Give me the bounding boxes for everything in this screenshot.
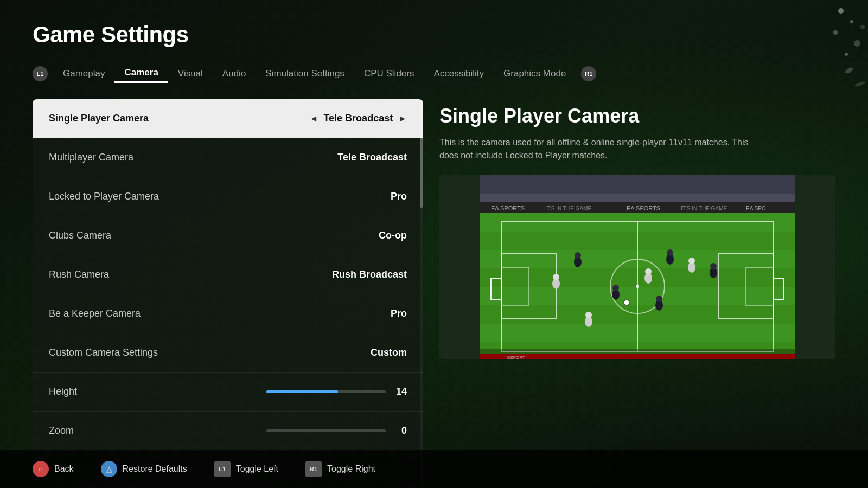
setting-row-locked-to-player-camera[interactable]: Locked to Player Camera Pro xyxy=(33,177,423,216)
tab-gameplay[interactable]: Gameplay xyxy=(53,65,114,82)
tab-visual[interactable]: Visual xyxy=(168,65,213,82)
info-panel-title: Single Player Camera xyxy=(439,105,835,127)
setting-row-single-player-camera[interactable]: Single Player Camera ◄ Tele Broadcast ► xyxy=(33,99,423,138)
svg-text:IT'S IN THE GAME: IT'S IN THE GAME xyxy=(681,206,727,211)
toggle-right-button-icon: R1 xyxy=(305,461,322,477)
arrow-left-icon[interactable]: ◄ xyxy=(310,114,318,124)
toggle-left-label: Toggle Left xyxy=(236,464,278,474)
setting-value-single-player-camera: ◄ Tele Broadcast ► xyxy=(310,113,407,124)
svg-point-42 xyxy=(656,296,662,302)
tab-bar: L1 Gameplay Camera Visual Audio Simulati… xyxy=(33,64,835,83)
tab-cpu-sliders[interactable]: CPU Sliders xyxy=(354,65,424,82)
setting-value-multiplayer-camera: Tele Broadcast xyxy=(337,152,407,163)
page-content: Game Settings L1 Gameplay Camera Visual … xyxy=(0,0,868,488)
svg-point-48 xyxy=(645,268,652,275)
svg-text:EA SPORTS: EA SPORTS xyxy=(491,205,525,211)
info-panel: Single Player Camera This is the camera … xyxy=(439,99,835,488)
setting-row-clubs-camera[interactable]: Clubs Camera Co-op xyxy=(33,216,423,255)
setting-label-rush-camera: Rush Camera xyxy=(49,269,109,280)
svg-text:EA SPO: EA SPO xyxy=(746,206,766,211)
toggle-right-label: Toggle Right xyxy=(327,464,375,474)
slider-row-height: Height 14 xyxy=(33,373,423,412)
toggle-left-action[interactable]: L1 Toggle Left xyxy=(214,461,278,477)
svg-point-34 xyxy=(575,252,581,259)
svg-point-36 xyxy=(667,249,673,256)
slider-value-height: 14 xyxy=(394,386,407,397)
tab-accessibility[interactable]: Accessibility xyxy=(424,65,494,82)
restore-defaults-action[interactable]: △ Restore Defaults xyxy=(101,461,187,477)
back-label: Back xyxy=(54,464,74,474)
slider-label-zoom: Zoom xyxy=(49,425,74,436)
main-area: Single Player Camera ◄ Tele Broadcast ► … xyxy=(33,99,835,488)
setting-value-rush-camera: Rush Broadcast xyxy=(332,269,407,280)
restore-defaults-label: Restore Defaults xyxy=(123,464,187,474)
page-title: Game Settings xyxy=(33,22,835,48)
svg-rect-54 xyxy=(480,349,795,359)
scrollbar-track[interactable] xyxy=(420,99,423,488)
camera-preview: EA SPORTS IT'S IN THE GAME EA SPORTS IT'… xyxy=(439,175,835,359)
setting-value-custom-camera-settings: Custom xyxy=(371,347,407,358)
arrow-right-icon[interactable]: ► xyxy=(398,114,407,124)
setting-label-clubs-camera: Clubs Camera xyxy=(49,230,111,241)
scrollbar-thumb[interactable] xyxy=(420,99,423,208)
slider-track-height[interactable] xyxy=(266,390,386,393)
info-panel-description: This is the camera used for all offline … xyxy=(439,136,754,162)
bottom-bar: ○ Back △ Restore Defaults L1 Toggle Left… xyxy=(0,450,868,488)
svg-text:EA SPORTS: EA SPORTS xyxy=(627,205,660,211)
tab-graphics[interactable]: Graphics Mode xyxy=(494,65,576,82)
slider-value-zoom: 0 xyxy=(394,425,407,436)
slider-container-zoom: 0 xyxy=(266,425,407,436)
setting-label-be-a-keeper-camera: Be a Keeper Camera xyxy=(49,308,141,319)
tab-camera[interactable]: Camera xyxy=(114,64,168,83)
toggle-right-action[interactable]: R1 Toggle Right xyxy=(305,461,375,477)
back-action[interactable]: ○ Back xyxy=(33,461,74,477)
tab-audio[interactable]: Audio xyxy=(213,65,256,82)
svg-point-44 xyxy=(553,274,559,280)
toggle-left-button-icon: L1 xyxy=(214,461,231,477)
settings-list: Single Player Camera ◄ Tele Broadcast ► … xyxy=(33,99,423,488)
svg-point-38 xyxy=(710,263,717,269)
svg-point-46 xyxy=(688,258,695,264)
slider-label-height: Height xyxy=(49,386,77,397)
soccer-field-svg: EA SPORTS IT'S IN THE GAME EA SPORTS IT'… xyxy=(439,175,835,359)
setting-value-be-a-keeper-camera: Pro xyxy=(391,308,407,319)
slider-container-height: 14 xyxy=(266,386,407,397)
setting-label-multiplayer-camera: Multiplayer Camera xyxy=(49,152,133,163)
setting-value-clubs-camera: Co-op xyxy=(379,230,407,241)
slider-track-zoom[interactable] xyxy=(266,429,386,432)
restore-defaults-button-icon: △ xyxy=(101,461,117,477)
settings-panel: Single Player Camera ◄ Tele Broadcast ► … xyxy=(33,99,423,488)
setting-row-multiplayer-camera[interactable]: Multiplayer Camera Tele Broadcast xyxy=(33,138,423,177)
setting-row-be-a-keeper-camera[interactable]: Be a Keeper Camera Pro xyxy=(33,294,423,333)
setting-row-custom-camera-settings[interactable]: Custom Camera Settings Custom xyxy=(33,333,423,373)
tab-nav-left-icon[interactable]: L1 xyxy=(33,66,48,81)
svg-point-51 xyxy=(624,300,629,305)
setting-label-single-player-camera: Single Player Camera xyxy=(49,113,149,124)
svg-point-25 xyxy=(636,285,639,288)
tab-simulation[interactable]: Simulation Settings xyxy=(256,65,354,82)
svg-point-40 xyxy=(612,285,619,291)
svg-rect-10 xyxy=(480,194,795,202)
setting-label-custom-camera-settings: Custom Camera Settings xyxy=(49,347,158,358)
slider-row-zoom: Zoom 0 xyxy=(33,412,423,451)
svg-point-50 xyxy=(585,312,592,318)
slider-fill-height xyxy=(266,390,338,393)
setting-value-locked-to-player-camera: Pro xyxy=(391,191,407,202)
tab-nav-right-icon[interactable]: R1 xyxy=(581,66,596,81)
back-button-icon: ○ xyxy=(33,461,49,477)
svg-text:IT'S IN THE GAME: IT'S IN THE GAME xyxy=(545,206,591,211)
setting-row-rush-camera[interactable]: Rush Camera Rush Broadcast xyxy=(33,255,423,294)
setting-label-locked-to-player-camera: Locked to Player Camera xyxy=(49,191,159,202)
